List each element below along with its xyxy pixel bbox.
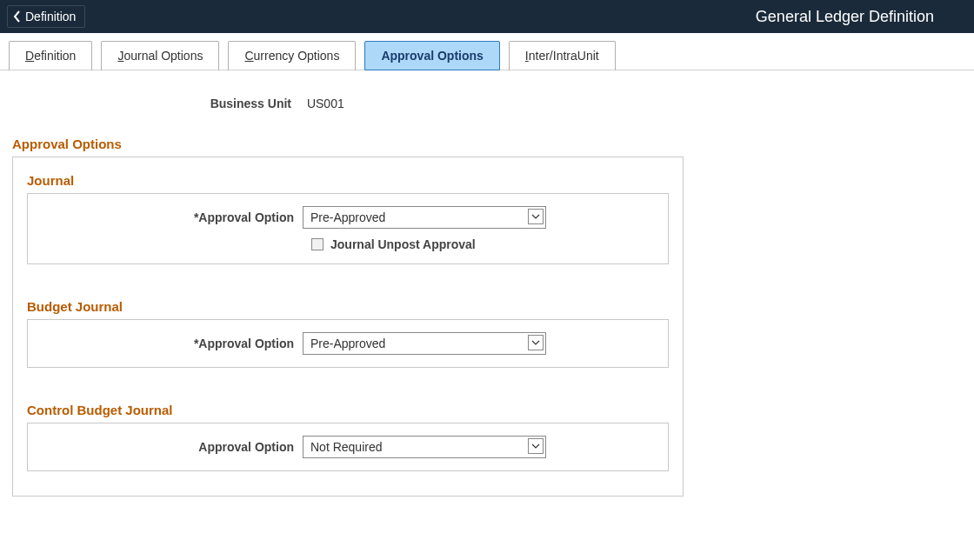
budget-approval-row: *Approval Option Pre-Approved (42, 332, 654, 355)
journal-approval-value: Pre-Approved (310, 210, 385, 224)
tab-bar: Definition Journal Options Currency Opti… (0, 33, 974, 70)
control-budget-subtitle: Control Budget Journal (27, 403, 669, 417)
tab-approval-options[interactable]: Approval Options (364, 41, 499, 70)
section-title-approval-options: Approval Options (12, 137, 684, 151)
app-header: Definition General Ledger Definition (0, 0, 974, 33)
budget-journal-subtitle: Budget Journal (27, 299, 669, 314)
journal-approval-select[interactable]: Pre-Approved (303, 206, 546, 229)
chevron-down-icon (528, 335, 544, 350)
journal-groupbox: *Approval Option Pre-Approved Journal Un… (27, 193, 669, 264)
budget-journal-groupbox: *Approval Option Pre-Approved (27, 319, 669, 368)
back-button[interactable]: Definition (7, 5, 85, 28)
content-area: Business Unit US001 Approval Options Jou… (0, 70, 696, 523)
approval-options-groupbox: Journal *Approval Option Pre-Approved Jo… (12, 157, 684, 497)
control-approval-row: Approval Option Not Required (42, 436, 654, 458)
tab-currency-options[interactable]: Currency Options (228, 41, 356, 70)
journal-subtitle: Journal (27, 173, 669, 188)
control-approval-value: Not Required (310, 440, 383, 454)
budget-approval-value: Pre-Approved (310, 337, 385, 350)
business-unit-row: Business Unit US001 (12, 97, 684, 110)
tab-inter-intraunit[interactable]: Inter/IntraUnit (509, 41, 616, 70)
control-approval-select[interactable]: Not Required (303, 436, 546, 458)
chevron-left-icon (13, 10, 22, 23)
journal-unpost-row: Journal Unpost Approval (311, 237, 654, 251)
journal-unpost-checkbox[interactable] (311, 238, 324, 250)
budget-approval-select[interactable]: Pre-Approved (303, 332, 546, 355)
budget-approval-label: *Approval Option (42, 337, 303, 350)
chevron-down-icon (528, 209, 544, 224)
page-title: General Ledger Definition (756, 8, 960, 26)
business-unit-value: US001 (307, 97, 344, 110)
journal-approval-label: *Approval Option (42, 210, 303, 224)
journal-approval-row: *Approval Option Pre-Approved (42, 206, 654, 229)
control-approval-label: Approval Option (42, 440, 303, 454)
business-unit-label: Business Unit (12, 97, 304, 110)
tab-journal-options[interactable]: Journal Options (101, 41, 219, 70)
journal-unpost-label: Journal Unpost Approval (330, 237, 476, 251)
chevron-down-icon (528, 438, 544, 454)
back-button-label: Definition (25, 10, 76, 23)
control-budget-groupbox: Approval Option Not Required (27, 423, 669, 471)
tab-definition[interactable]: Definition (9, 41, 92, 70)
